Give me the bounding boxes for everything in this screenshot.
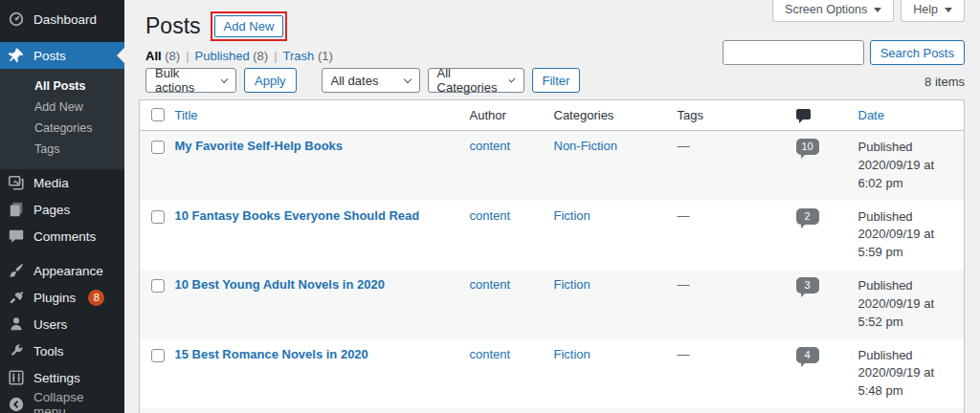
page-title: Posts — [145, 13, 201, 39]
sidebar-item-label: Media — [33, 176, 69, 190]
table-row: My Favorite Self-Help Books content Non-… — [140, 131, 965, 201]
sidebar-item-label: Appearance — [33, 264, 103, 278]
page-title-row: Posts Add New — [145, 11, 287, 41]
comment-count-bubble[interactable]: 3 — [796, 277, 819, 293]
post-status-views: All (8) | Published (8) | Trash (1) — [145, 49, 333, 63]
posts-submenu: All Posts Add New Categories Tags — [0, 69, 124, 169]
view-all-link[interactable]: All (8) — [145, 49, 180, 63]
category-link[interactable]: Fiction — [554, 347, 590, 361]
category-link[interactable]: Fiction — [554, 208, 590, 223]
search-posts-button[interactable]: Search Posts — [870, 40, 965, 65]
view-separator: | — [274, 49, 277, 63]
post-title-link[interactable]: 10 Best Young Adult Novels in 2020 — [175, 277, 385, 292]
comment-count-bubble[interactable]: 10 — [796, 139, 819, 155]
tags-value: — — [678, 139, 690, 153]
view-published-link[interactable]: Published (8) — [195, 49, 269, 63]
column-header-author: Author — [470, 108, 506, 122]
search-input[interactable] — [723, 40, 864, 65]
submenu-item-tags[interactable]: Tags — [0, 139, 124, 160]
category-link[interactable]: Fiction — [554, 277, 590, 292]
column-header-title[interactable]: Title — [175, 108, 198, 122]
comment-count-bubble[interactable]: 4 — [796, 347, 819, 363]
add-new-button[interactable]: Add New — [214, 15, 284, 37]
submenu-item-add-new[interactable]: Add New — [0, 97, 124, 118]
sidebar-item-comments[interactable]: Comments — [0, 223, 124, 250]
view-trash-link[interactable]: Trash (1) — [283, 49, 333, 63]
column-header-categories: Categories — [554, 108, 614, 122]
sidebar-item-label: Dashboard — [33, 12, 97, 27]
dashboard-icon — [8, 11, 25, 28]
post-date: 2020/09/19 at 6:02 pm — [858, 157, 955, 193]
tags-value: — — [678, 347, 690, 361]
sidebar-item-label: Settings — [33, 371, 80, 385]
sidebar-item-plugins[interactable]: Plugins 8 — [0, 284, 124, 311]
sidebar-item-appearance[interactable]: Appearance — [0, 257, 124, 284]
bulk-actions-select[interactable]: Bulk actions — [145, 68, 236, 93]
all-dates-select[interactable]: All dates — [322, 68, 420, 93]
collapse-menu-button[interactable]: Collapse menu — [0, 391, 124, 413]
table-header-row: Title Author Categories Tags Date — [140, 100, 965, 131]
sidebar-item-settings[interactable]: Settings — [0, 364, 124, 391]
column-header-tags: Tags — [678, 108, 703, 122]
author-link[interactable]: content — [470, 208, 511, 223]
row-checkbox[interactable] — [151, 349, 165, 362]
view-trash-count: (1) — [318, 49, 333, 63]
caret-down-icon — [945, 8, 952, 12]
row-checkbox[interactable] — [151, 141, 165, 154]
post-title-link[interactable]: 10 Fantasy Books Everyone Should Read — [175, 208, 420, 223]
sidebar-item-posts[interactable]: Posts — [0, 42, 124, 69]
search-box: Search Posts — [723, 40, 965, 65]
post-title-link[interactable]: 15 Best Romance Novels in 2020 — [175, 347, 368, 361]
screen-meta-tabs: Screen Options Help — [772, 0, 965, 22]
sidebar-item-label: Comments — [33, 229, 96, 244]
table-row: 15 Best Romance Novels in 2020 content F… — [140, 339, 965, 409]
submenu-item-categories[interactable]: Categories — [0, 118, 124, 139]
apply-button[interactable]: Apply — [244, 68, 297, 93]
post-status: Published — [858, 347, 955, 365]
pushpin-icon — [8, 47, 25, 64]
screen-options-button[interactable]: Screen Options — [772, 0, 894, 22]
menu-separator — [0, 250, 124, 257]
sidebar-item-tools[interactable]: Tools — [0, 337, 124, 364]
sidebar-item-label: Plugins — [33, 291, 76, 305]
post-date: 2020/09/19 at 5:59 pm — [858, 226, 955, 262]
sidebar-item-dashboard[interactable]: Dashboard — [0, 6, 124, 33]
author-link[interactable]: content — [470, 139, 511, 153]
chevron-down-icon — [509, 76, 516, 82]
posts-table: Title Author Categories Tags Date My Fav… — [139, 99, 965, 413]
view-published-count: (8) — [253, 49, 268, 63]
post-title-link[interactable]: My Favorite Self-Help Books — [175, 139, 344, 153]
row-checkbox[interactable] — [151, 210, 165, 224]
post-date: 2020/09/19 at 5:48 pm — [858, 364, 955, 401]
sidebar-item-users[interactable]: Users — [0, 311, 124, 337]
author-link[interactable]: content — [470, 347, 511, 361]
plugin-icon — [8, 289, 25, 306]
author-link[interactable]: content — [470, 277, 511, 292]
row-checkbox[interactable] — [151, 279, 165, 293]
media-icon — [8, 174, 25, 191]
tags-value: — — [678, 277, 690, 292]
all-categories-select[interactable]: All Categories — [428, 68, 524, 93]
chevron-down-icon — [403, 75, 411, 82]
category-link[interactable]: Non-Fiction — [554, 139, 617, 153]
chevron-down-icon — [221, 76, 229, 83]
filter-button[interactable]: Filter — [532, 68, 581, 93]
view-separator: | — [186, 49, 189, 63]
help-button[interactable]: Help — [901, 0, 965, 22]
pages-icon — [8, 201, 25, 218]
post-status: Published — [858, 139, 955, 157]
comments-column-icon[interactable] — [796, 109, 811, 120]
sidebar-item-pages[interactable]: Pages — [0, 196, 124, 223]
comment-count-bubble[interactable]: 2 — [796, 208, 819, 225]
submenu-item-all-posts[interactable]: All Posts — [0, 76, 124, 97]
content-area: Screen Options Help Posts Add New All (8… — [124, 0, 980, 413]
table-row: 10 Best Science Fiction Books in 2020 co… — [140, 408, 965, 413]
view-all-count: (8) — [165, 49, 180, 63]
admin-sidebar: Dashboard Posts All Posts Add New Catego… — [0, 0, 124, 413]
column-header-date[interactable]: Date — [858, 108, 884, 122]
sidebar-item-media[interactable]: Media — [0, 169, 124, 196]
collapse-menu-label: Collapse menu — [33, 390, 117, 413]
table-nav-filters: Bulk actions Apply All dates All Categor… — [145, 68, 580, 93]
select-all-checkbox[interactable] — [151, 108, 165, 121]
sidebar-item-label: Posts — [33, 49, 66, 63]
